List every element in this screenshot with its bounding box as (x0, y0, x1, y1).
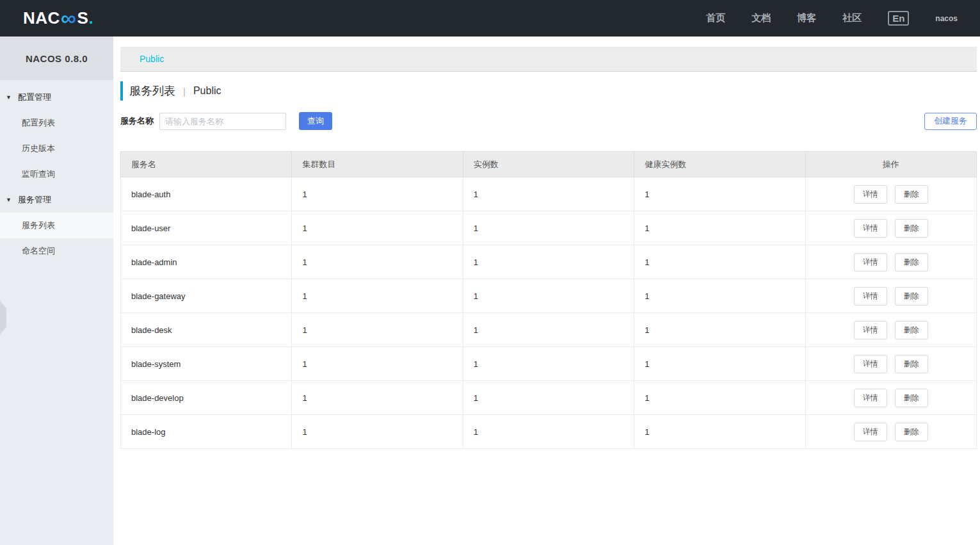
sidebar-menu: ▼配置管理配置列表历史版本监听查询▼服务管理服务列表命名空间 (0, 85, 113, 264)
cell-healthy: 1 (634, 211, 805, 245)
sidebar-item-namespace[interactable]: 命名空间 (0, 238, 113, 264)
cell-clusters: 1 (292, 279, 463, 313)
detail-button[interactable]: 详情 (854, 185, 887, 204)
table-row: blade-admin111详情删除 (121, 245, 977, 279)
table-column-header: 集群数目 (292, 152, 463, 177)
sidebar-section-label: 服务管理 (18, 194, 51, 206)
cell-instances: 1 (463, 245, 634, 279)
username[interactable]: nacos (935, 14, 958, 23)
cell-actions: 详情删除 (805, 313, 976, 347)
detail-button[interactable]: 详情 (854, 287, 887, 305)
detail-button[interactable]: 详情 (854, 219, 887, 238)
cell-clusters: 1 (292, 347, 463, 381)
current-namespace: Public (193, 85, 221, 97)
title-separator: | (183, 86, 186, 97)
sidebar-item-service-list[interactable]: 服务列表 (0, 213, 113, 238)
cell-name: blade-develop (121, 381, 292, 415)
logo-dot: . (88, 8, 93, 28)
cell-instances: 1 (463, 415, 634, 449)
sidebar-item-label: 配置列表 (22, 117, 55, 129)
topnav-item-home[interactable]: 首页 (706, 12, 725, 24)
create-service-button[interactable]: 创建服务 (924, 113, 977, 130)
query-button[interactable]: 查询 (299, 112, 332, 130)
sidebar-collapse-handle[interactable] (0, 301, 6, 334)
table-row: blade-gateway111详情删除 (121, 279, 977, 313)
detail-button[interactable]: 详情 (854, 355, 887, 373)
cell-actions: 详情删除 (805, 177, 976, 211)
nacos-logo[interactable]: NAC∞S. (23, 6, 93, 31)
sidebar-item-history-versions[interactable]: 历史版本 (0, 136, 113, 161)
detail-button[interactable]: 详情 (854, 321, 887, 339)
service-name-label: 服务名称 (120, 115, 154, 127)
detail-button[interactable]: 详情 (854, 423, 887, 441)
table-row: blade-user111详情删除 (121, 211, 977, 245)
cell-actions: 详情删除 (805, 211, 976, 245)
topnav-item-blog[interactable]: 博客 (797, 12, 816, 24)
tab-public[interactable]: Public (140, 54, 164, 64)
delete-button[interactable]: 删除 (895, 253, 928, 272)
infinity-icon: ∞ (61, 6, 77, 30)
cell-instances: 1 (463, 313, 634, 347)
cell-actions: 详情删除 (805, 347, 976, 381)
cell-instances: 1 (463, 177, 634, 211)
cell-clusters: 1 (292, 381, 463, 415)
cell-name: blade-log (121, 415, 292, 449)
sidebar-section-config-management[interactable]: ▼配置管理 (0, 85, 113, 110)
cell-healthy: 1 (634, 177, 805, 211)
cell-healthy: 1 (634, 245, 805, 279)
cell-clusters: 1 (292, 245, 463, 279)
topnav-item-community[interactable]: 社区 (842, 12, 862, 24)
language-toggle[interactable]: En (888, 11, 909, 26)
delete-button[interactable]: 删除 (895, 423, 928, 441)
table-row: blade-develop111详情删除 (121, 381, 977, 415)
caret-down-icon: ▼ (6, 95, 12, 101)
delete-button[interactable]: 删除 (895, 321, 928, 339)
topbar: NAC∞S. 首页文档博客社区 En nacos (0, 0, 980, 37)
service-name-input[interactable] (159, 113, 286, 130)
caret-down-icon: ▼ (6, 197, 12, 203)
cell-healthy: 1 (634, 415, 805, 449)
sidebar-version-title: NACOS 0.8.0 (0, 37, 113, 80)
table-column-header: 操作 (805, 152, 976, 177)
service-table: 服务名集群数目实例数健康实例数操作 blade-auth111详情删除blade… (120, 151, 977, 449)
cell-clusters: 1 (292, 177, 463, 211)
cell-healthy: 1 (634, 313, 805, 347)
cell-healthy: 1 (634, 381, 805, 415)
cell-name: blade-user (121, 211, 292, 245)
delete-button[interactable]: 删除 (895, 185, 928, 204)
main-content: Public 服务列表 | Public 服务名称 查询 创建服务 服务名集群数… (120, 37, 977, 449)
table-header-row: 服务名集群数目实例数健康实例数操作 (121, 152, 977, 177)
cell-name: blade-admin (121, 245, 292, 279)
sidebar-section-service-management[interactable]: ▼服务管理 (0, 187, 113, 213)
sidebar-item-config-list[interactable]: 配置列表 (0, 110, 113, 136)
heading-accent-bar (120, 81, 123, 101)
cell-instances: 1 (463, 279, 634, 313)
detail-button[interactable]: 详情 (854, 253, 887, 272)
delete-button[interactable]: 删除 (895, 219, 928, 238)
page-heading: 服务列表 | Public (120, 81, 977, 101)
delete-button[interactable]: 删除 (895, 287, 928, 305)
search-row: 服务名称 查询 创建服务 (120, 112, 977, 130)
topnav-item-docs[interactable]: 文档 (751, 12, 771, 24)
logo-text-prefix: NAC (23, 8, 60, 28)
logo-text-suffix: S (77, 8, 89, 28)
cell-clusters: 1 (292, 415, 463, 449)
table-column-header: 健康实例数 (634, 152, 805, 177)
sidebar-item-label: 服务列表 (22, 220, 55, 231)
page-title: 服务列表 (129, 83, 175, 99)
delete-button[interactable]: 删除 (895, 355, 928, 373)
cell-actions: 详情删除 (805, 279, 976, 313)
sidebar: NACOS 0.8.0 ▼配置管理配置列表历史版本监听查询▼服务管理服务列表命名… (0, 37, 113, 545)
table-row: blade-auth111详情删除 (121, 177, 977, 211)
cell-name: blade-gateway (121, 279, 292, 313)
top-nav: 首页文档博客社区 En nacos (706, 11, 958, 26)
sidebar-item-listener-query[interactable]: 监听查询 (0, 161, 113, 187)
table-column-header: 实例数 (463, 152, 634, 177)
delete-button[interactable]: 删除 (895, 389, 928, 407)
cell-healthy: 1 (634, 279, 805, 313)
cell-name: blade-system (121, 347, 292, 381)
detail-button[interactable]: 详情 (854, 389, 887, 407)
cell-name: blade-auth (121, 177, 292, 211)
table-row: blade-log111详情删除 (121, 415, 977, 449)
cell-actions: 详情删除 (805, 415, 976, 449)
